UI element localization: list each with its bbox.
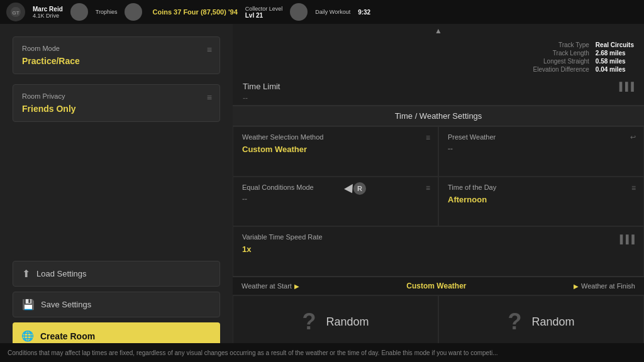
save-settings-label: Save Settings [41, 300, 91, 309]
logo: GT [6, 3, 25, 21]
preset-weather-value: -- [448, 145, 635, 153]
load-icon: ⬆ [22, 268, 30, 280]
settings-grid: Weather Selection Method Custom Weather … [233, 126, 644, 277]
weather-section-header: Time / Weather Settings [233, 106, 644, 126]
equal-conditions-label: Equal Conditions Mode [242, 184, 429, 191]
trophies: Trophies [96, 9, 118, 15]
create-room-label: Create Room [40, 331, 95, 341]
weather-start-label: Weather at Start [242, 282, 292, 290]
longest-straight-label: Longest Straight [533, 58, 589, 65]
weather-selection-cell: Weather Selection Method Custom Weather … [233, 126, 438, 177]
weather-question-left-icon: ? [302, 309, 316, 335]
save-icon: 💾 [22, 299, 35, 310]
load-settings-label: Load Settings [36, 269, 87, 278]
variable-rate-label: Variable Time Speed Rate [242, 233, 323, 241]
credits-display: Coins 37 Four (87,500) '94 [152, 8, 237, 16]
svg-text:GT: GT [12, 10, 19, 16]
user-info: Marc Reid 4.1K Drive [33, 6, 63, 19]
longest-straight-value: 0.58 miles [596, 58, 634, 65]
top-bar: GT Marc Reid 4.1K Drive Trophies Coins 3… [0, 0, 644, 24]
equal-conditions-menu-icon[interactable]: ≡ [426, 184, 430, 192]
weather-random-right-label: Random [531, 315, 574, 329]
custom-weather-label: Custom Weather [406, 282, 466, 290]
collector-info: Collector Level Lvl 21 [245, 6, 283, 19]
variable-rate-value: 1x [242, 244, 635, 254]
weather-selection-label: Weather Selection Method [242, 133, 429, 141]
weather-start-arrow: ▶ [294, 283, 299, 290]
weather-option-left[interactable]: ? Random [233, 295, 438, 348]
create-icon: 🌐 [21, 330, 34, 342]
time-of-day-value: Afternoon [448, 195, 635, 204]
time-of-day-label: Time of the Day [448, 184, 635, 191]
time-limit-bar-icon: ▐▐▐ [616, 82, 634, 91]
variable-rate-cell: Variable Time Speed Rate ▐▐▐ 1x [233, 226, 644, 277]
weather-option-right[interactable]: ? Random [438, 295, 644, 348]
left-panel: Room Mode Practice/Race ≡ Room Privacy F… [0, 24, 233, 362]
track-type-value: Real Circuits [596, 41, 634, 48]
room-mode-menu-icon[interactable]: ≡ [207, 45, 212, 55]
workout-info: Daily Workout [315, 9, 350, 15]
preset-weather-icon: ↩ [630, 133, 636, 141]
weather-finish-label: Weather at Finish [581, 282, 635, 290]
r-badge: R [353, 182, 366, 195]
bottom-bar: Conditions that may affect lap times are… [0, 343, 644, 362]
bottom-bar-text: Conditions that may affect lap times are… [8, 349, 497, 356]
user-avatar [70, 3, 88, 21]
weather-selection-value: Custom Weather [242, 145, 429, 154]
weather-start-tab[interactable]: Weather at Start ▶ [233, 277, 308, 295]
load-settings-button[interactable]: ⬆ Load Settings [13, 261, 220, 287]
weather-question-right-icon: ? [508, 309, 521, 335]
save-settings-button[interactable]: 💾 Save Settings [13, 292, 220, 317]
weather-tabs: Weather at Start ▶ Custom Weather ▶ Weat… [233, 277, 644, 295]
preset-weather-cell: Preset Weather -- ↩ [438, 126, 644, 177]
time-limit-label: Time Limit [243, 82, 616, 91]
track-length-value: 2.68 miles [596, 50, 634, 57]
equal-conditions-value: -- [242, 195, 429, 204]
time-of-day-cell: Time of the Day Afternoon ≡ [438, 177, 644, 227]
weather-options: ? Random ? Random [233, 295, 644, 348]
time-limit-section: Time Limit ▐▐▐ -- [233, 77, 644, 106]
track-info: Track Type Real Circuits Track Length 2.… [233, 38, 644, 77]
variable-rate-bar-icon: ▐▐▐ [617, 234, 635, 244]
room-mode-card: Room Mode Practice/Race ≡ [13, 36, 220, 74]
chevron-up-button[interactable]: ▲ [233, 24, 644, 38]
elevation-diff-label: Elevation Difference [533, 66, 589, 73]
room-privacy-card: Room Privacy Friends Only ≡ [13, 84, 220, 122]
weather-finish-tab[interactable]: ▶ Weather at Finish [565, 277, 644, 295]
collector-avatar [290, 3, 308, 21]
room-mode-value: Practice/Race [22, 56, 211, 66]
track-type-label: Track Type [533, 41, 589, 48]
time-limit-value: -- [243, 94, 634, 102]
weather-random-left-label: Random [326, 315, 369, 329]
elevation-diff-value: 0.04 miles [596, 66, 634, 73]
weather-finish-arrow: ▶ [574, 283, 579, 290]
equal-conditions-cell: Equal Conditions Mode -- ≡ [233, 177, 438, 227]
time-of-day-menu-icon[interactable]: ≡ [631, 184, 636, 192]
room-mode-label: Room Mode [22, 45, 211, 52]
room-privacy-menu-icon[interactable]: ≡ [207, 92, 212, 102]
room-privacy-label: Room Privacy [22, 92, 211, 100]
preset-weather-label: Preset Weather [448, 133, 635, 141]
time-display: 9:32 [358, 9, 370, 16]
track-length-label: Track Length [533, 50, 589, 57]
weather-center-tab: Custom Weather [308, 282, 565, 290]
room-privacy-value: Friends Only [22, 104, 211, 114]
weather-selection-menu-icon[interactable]: ≡ [426, 133, 430, 142]
car-avatar [125, 3, 142, 21]
action-buttons: ⬆ Load Settings 💾 Save Settings 🌐 Create… [13, 261, 220, 349]
right-panel: ▲ Track Type Real Circuits Track Length … [233, 24, 644, 362]
